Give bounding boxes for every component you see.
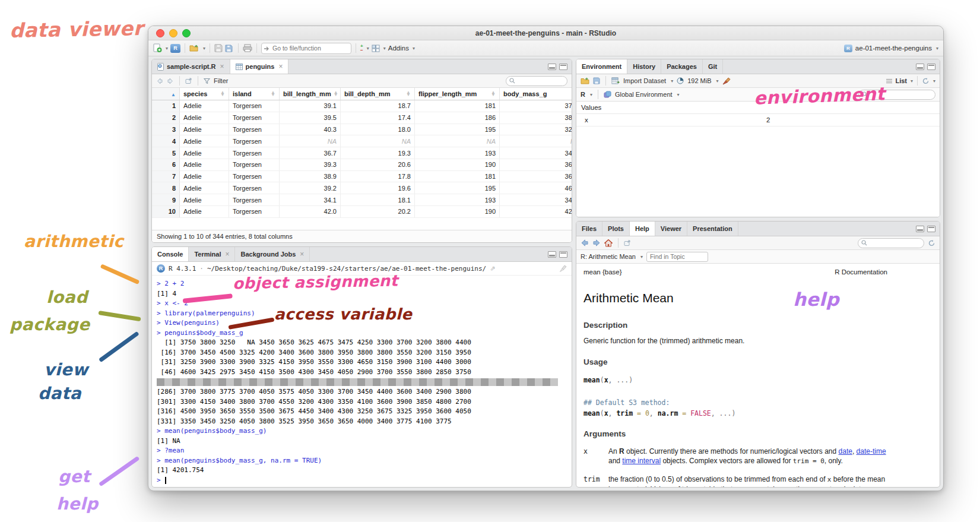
close-tab-icon[interactable]: × <box>220 62 224 71</box>
home-icon[interactable] <box>604 239 613 247</box>
data-viewer-search[interactable] <box>506 76 567 86</box>
show-in-new-window-icon[interactable] <box>624 240 631 246</box>
language-selector[interactable]: R <box>581 91 585 98</box>
project-selector[interactable]: R ae-01-meet-the-penguins ▾ <box>844 45 938 52</box>
data-viewer-search-input[interactable] <box>517 77 564 85</box>
memory-usage-label[interactable]: 192 MiB <box>687 77 711 84</box>
open-in-new-window-icon[interactable] <box>185 78 192 84</box>
table-row[interactable]: 3AdelieTorgersen40.318.01953250female20 <box>152 124 572 135</box>
column-header-flipper_length_mm[interactable]: flipper_length_mm▲▼ <box>415 88 500 100</box>
language-caret-icon[interactable]: ▾ <box>590 92 592 97</box>
load-workspace-icon[interactable] <box>581 77 589 84</box>
memory-pie-icon[interactable] <box>677 77 684 84</box>
list-view-icon[interactable] <box>886 78 893 84</box>
panes-caret-icon[interactable]: ▾ <box>383 46 386 51</box>
save-workspace-icon[interactable] <box>593 77 600 84</box>
minimize-pane-icon[interactable] <box>916 226 924 232</box>
goto-file-search[interactable] <box>261 43 351 54</box>
tab-penguins[interactable]: penguins × <box>230 59 289 74</box>
table-row[interactable]: 6AdelieTorgersen39.320.61903650male20 <box>152 159 572 170</box>
import-dataset-button[interactable]: Import Dataset <box>623 77 666 84</box>
open-file-caret-icon[interactable]: ▾ <box>203 46 205 51</box>
tab-background-jobs[interactable]: Background Jobs × <box>235 247 310 261</box>
row-number-header[interactable]: ▲ <box>152 88 180 100</box>
print-icon[interactable] <box>243 44 252 52</box>
table-row[interactable]: 2AdelieTorgersen39.517.41863800female20 <box>152 112 572 124</box>
help-refresh-icon[interactable] <box>928 239 935 247</box>
help-link[interactable]: time interval <box>622 457 661 465</box>
help-forward-icon[interactable] <box>592 239 601 246</box>
memory-caret-icon[interactable]: ▾ <box>716 78 719 84</box>
list-view-caret-icon[interactable]: ▾ <box>911 78 913 84</box>
maximize-pane-icon[interactable] <box>559 251 567 258</box>
filter-button[interactable]: Filter <box>214 77 228 84</box>
tab-git[interactable]: Git <box>703 59 723 74</box>
close-tab-icon[interactable]: × <box>300 250 304 258</box>
help-link[interactable]: date-time <box>857 447 886 455</box>
workspace-panes-icon[interactable] <box>372 45 380 52</box>
refresh-caret-icon[interactable]: ▾ <box>933 78 935 84</box>
new-file-caret-icon[interactable]: ▾ <box>166 46 168 51</box>
tab-plots[interactable]: Plots <box>602 222 630 236</box>
maximize-pane-icon[interactable] <box>559 64 567 70</box>
zoom-window-button[interactable] <box>182 29 191 37</box>
table-row[interactable]: 7AdelieTorgersen38.917.81813625female20 <box>152 170 572 182</box>
tab-environment[interactable]: Environment <box>576 59 627 74</box>
git-commit-icon[interactable]: +− <box>360 44 363 52</box>
column-header-species[interactable]: species▲▼ <box>180 88 229 100</box>
close-tab-icon[interactable]: × <box>278 62 283 71</box>
back-icon[interactable] <box>156 78 163 84</box>
clear-console-icon[interactable] <box>559 265 567 273</box>
tab-history[interactable]: History <box>627 59 661 74</box>
column-header-bill_depth_mm[interactable]: bill_depth_mm▲▼ <box>341 88 415 100</box>
tab-viewer[interactable]: Viewer <box>655 222 687 236</box>
tab-terminal[interactable]: Terminal × <box>189 247 235 261</box>
addins-caret-icon[interactable]: ▾ <box>413 46 415 51</box>
git-caret-icon[interactable]: ▾ <box>367 46 369 51</box>
filter-icon[interactable] <box>204 78 210 84</box>
maximize-pane-icon[interactable] <box>927 64 935 70</box>
find-in-topic-input[interactable] <box>646 252 708 262</box>
tab-files[interactable]: Files <box>576 222 602 236</box>
column-header-island[interactable]: island▲▼ <box>229 88 280 100</box>
tab-presentation[interactable]: Presentation <box>687 222 738 236</box>
tab-help[interactable]: Help <box>630 222 655 236</box>
column-header-body_mass_g[interactable]: body_mass_g▲▼ <box>500 88 572 100</box>
minimize-window-button[interactable] <box>169 29 177 37</box>
goto-directory-icon[interactable]: ⇗ <box>490 265 495 273</box>
save-icon[interactable] <box>214 44 223 52</box>
save-all-icon[interactable] <box>225 44 234 52</box>
help-link[interactable]: date <box>839 447 852 455</box>
tab-packages[interactable]: Packages <box>661 59 703 74</box>
environment-selector-caret-icon[interactable]: ▾ <box>677 92 680 97</box>
help-back-icon[interactable] <box>581 239 589 246</box>
table-row[interactable]: 9AdelieTorgersen34.118.11933475NA20 <box>152 194 572 206</box>
refresh-icon[interactable] <box>922 77 930 85</box>
table-row[interactable]: 10AdelieTorgersen42.020.21904250NA20 <box>152 206 572 218</box>
maximize-pane-icon[interactable] <box>927 226 935 232</box>
topic-selector[interactable]: R: Arithmetic Mean <box>581 253 636 260</box>
close-tab-icon[interactable]: × <box>225 250 229 258</box>
import-dataset-icon[interactable] <box>611 77 620 84</box>
forward-icon[interactable] <box>167 78 174 84</box>
minimize-pane-icon[interactable] <box>548 251 556 258</box>
import-dataset-caret-icon[interactable]: ▾ <box>671 78 673 84</box>
environment-value-row[interactable]: x2 <box>576 114 940 126</box>
goto-file-input[interactable] <box>261 43 351 54</box>
addins-menu[interactable]: Addins <box>388 45 409 52</box>
table-row[interactable]: 1AdelieTorgersen39.118.71813750male20 <box>152 100 572 112</box>
open-file-icon[interactable] <box>189 44 199 52</box>
table-row[interactable]: 5AdelieTorgersen36.719.31933450female20 <box>152 147 572 159</box>
table-row[interactable]: 4AdelieTorgersenNANANANANA20 <box>152 135 572 147</box>
minimize-pane-icon[interactable] <box>548 64 556 70</box>
clear-environment-icon[interactable] <box>722 77 731 85</box>
column-header-bill_length_mm[interactable]: bill_length_mm▲▼ <box>280 88 341 100</box>
topic-caret-icon[interactable]: ▾ <box>640 254 643 260</box>
new-file-icon[interactable] <box>153 43 162 53</box>
tab-sample-script[interactable]: R sample-script.R × <box>152 59 230 74</box>
list-view-button[interactable]: List <box>895 77 907 84</box>
help-search[interactable] <box>858 238 924 248</box>
close-window-button[interactable] <box>156 29 164 37</box>
tab-console[interactable]: Console <box>152 247 189 261</box>
help-search-input[interactable] <box>869 239 921 247</box>
